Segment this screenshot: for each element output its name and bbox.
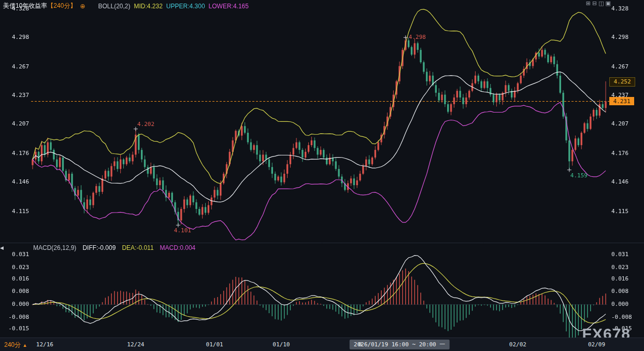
timeframe-label: 【240分】 (47, 2, 76, 10)
x-axis-label: 01/01 (206, 341, 223, 348)
fullscreen-icon[interactable]: ▣ (606, 0, 611, 7)
time-axis: 240分 ▲ 2026/01/19 16:00 ~ 20:00 一 12/161… (0, 338, 644, 351)
symbol-title: 美债10年收益率 (3, 2, 47, 10)
add-indicator-icon[interactable]: ⊕ (80, 3, 85, 10)
chart-legend: 美债10年收益率 【240分】 ⊕ BOLL(20,2) MID:4.232 U… (3, 2, 249, 10)
crosshair-time-label: 2026/01/19 16:00 ~ 20:00 一 (350, 340, 450, 349)
scroll-left-icon[interactable]: ◀ (0, 245, 4, 250)
window-controls: ⊞ ⊟ ◫ ▣ (586, 0, 611, 7)
x-axis-label: 01/10 (273, 341, 290, 348)
boll-lower-value: LOWER:4.165 (209, 3, 249, 10)
chart-window: 美债10年收益率 【240分】 ⊕ BOLL(20,2) MID:4.232 U… (0, 0, 644, 351)
boll-mid-value: MID:4.232 (134, 3, 163, 10)
x-axis-label: 0 (359, 341, 362, 348)
price-label-4.231: 4.231 (609, 97, 634, 105)
boll-label: BOLL(20,2) (98, 3, 130, 10)
macd-legend: MACD(26,12,9) DIFF:-0.009 DEA:-0.011 MAC… (33, 244, 195, 251)
x-axis-label: 02/02 (509, 341, 526, 348)
x-axis-label: 02/09 (588, 341, 605, 348)
macd-diff-value: DIFF:-0.009 (82, 244, 116, 251)
footer-timeframe: 240分 (4, 341, 21, 348)
macd-dea-value: DEA:-0.011 (122, 244, 153, 251)
macd-params-label: MACD(26,12,9) (33, 244, 76, 251)
price-label-4.252: 4.252 (609, 77, 635, 87)
macd-hist-value: MACD:0.004 (160, 244, 196, 251)
footer-timeframe-selector[interactable]: 240分 ▲ (4, 341, 27, 349)
x-axis-label: 12/24 (127, 341, 144, 348)
x-axis-label: 12/16 (36, 341, 53, 348)
price-chart-canvas[interactable] (0, 0, 644, 351)
split-vertical-icon[interactable]: ◫ (598, 0, 604, 7)
layout-grid-icon[interactable]: ⊞ (586, 0, 591, 7)
up-triangle-icon: ▲ (22, 343, 27, 348)
split-horizontal-icon[interactable]: ⊟ (592, 0, 597, 7)
boll-upper-value: UPPER:4.300 (166, 3, 205, 10)
